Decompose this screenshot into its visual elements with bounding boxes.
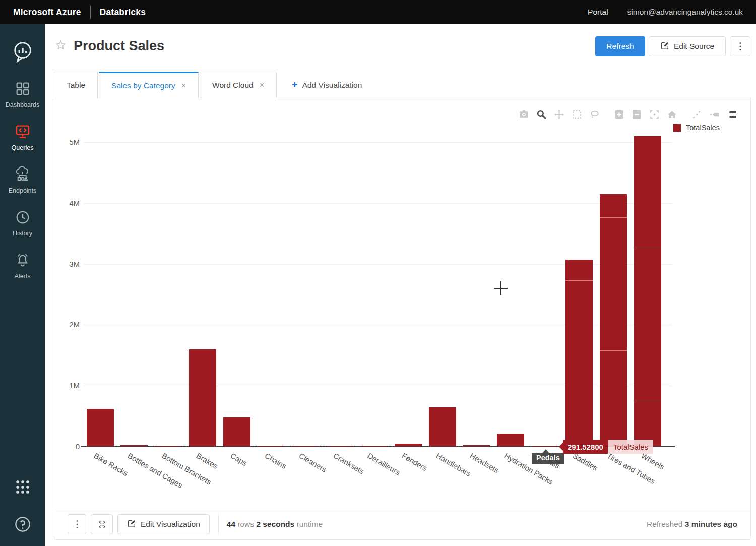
add-visualization-button[interactable]: +Add Visualization: [284, 72, 370, 98]
star-icon[interactable]: [55, 39, 67, 53]
hover-tooltip-series: TotalSales: [608, 440, 653, 454]
x-axis-tick-label: Chains: [264, 451, 288, 470]
sidebar-item-endpoints[interactable]: Endpoints: [6, 166, 39, 194]
bar-brakes[interactable]: [189, 349, 216, 447]
bar-hydration-packs[interactable]: [497, 434, 524, 447]
bar-segment-divider: [600, 350, 627, 351]
bar-chart-plot[interactable]: 01M2M3M4M5MBike RacksBottles and CagesBo…: [54, 98, 750, 539]
y-axis-tick-label: 4M: [55, 199, 80, 207]
app-switcher-grid-icon[interactable]: [14, 478, 31, 498]
x-axis-tick-label: Saddles: [572, 451, 599, 472]
x-axis-tick-label: Fenders: [400, 451, 428, 472]
sidebar-item-label: Queries: [12, 144, 34, 151]
x-axis-tick-label: Brakes: [195, 451, 220, 470]
refresh-button[interactable]: Refresh: [595, 36, 645, 56]
expand-fullscreen-icon[interactable]: [91, 514, 113, 534]
portal-link[interactable]: Portal: [588, 8, 608, 17]
sidebar-item-queries[interactable]: Queries: [6, 124, 39, 151]
y-gridline: [84, 142, 672, 143]
hover-tooltip-category: Pedals: [532, 453, 564, 464]
databricks-sql-logo-icon[interactable]: [11, 40, 34, 66]
more-options-kebab-icon[interactable]: [730, 36, 750, 56]
footer-divider: [218, 514, 219, 534]
brand-microsoft-azure: Microsoft Azure: [13, 7, 81, 18]
plus-icon: +: [292, 79, 298, 91]
refreshed-status: Refreshed 3 minutes ago: [647, 520, 737, 529]
bar-segment-divider: [634, 248, 661, 248]
bar-wheels[interactable]: [634, 136, 661, 447]
x-axis-tick-label: Handlebars: [434, 451, 472, 478]
sidebar-item-alerts[interactable]: Alerts: [6, 252, 39, 280]
close-icon[interactable]: ×: [181, 81, 186, 90]
y-axis-tick-label: 1M: [55, 381, 80, 390]
y-axis-tick-label: 5M: [55, 138, 80, 146]
visualization-tabs: TableSales by Category×Word Cloud×+Add V…: [54, 72, 370, 98]
history-clock-icon: [15, 209, 31, 227]
x-axis-tick-label: Cleaners: [297, 451, 328, 474]
bar-bike-racks[interactable]: [87, 409, 114, 447]
x-axis-tick-label: Wheels: [640, 451, 666, 471]
help-question-icon[interactable]: [13, 515, 32, 536]
brand: Microsoft Azure Databricks: [13, 6, 146, 19]
dashboards-grid-icon: [15, 81, 31, 99]
tab-word-cloud[interactable]: Word Cloud×: [200, 72, 277, 98]
bar-saddles[interactable]: [565, 260, 593, 447]
bar-segment-divider: [600, 217, 627, 218]
hover-tooltip-value: 291.52800: [563, 440, 608, 454]
hover-tooltip: 291.52800 TotalSales: [563, 440, 653, 454]
edit-pencil-icon: [127, 519, 136, 530]
user-email[interactable]: simon@advancinganalytics.co.uk: [627, 8, 743, 17]
sidebar: DashboardsQueriesEndpointsHistoryAlerts: [0, 24, 45, 546]
tab-sales-by-category[interactable]: Sales by Category×: [99, 72, 199, 98]
sidebar-item-label: Endpoints: [9, 187, 37, 194]
x-axis-tick-label: Cranksets: [332, 451, 365, 475]
crosshair-cursor: [494, 288, 508, 289]
sidebar-item-label: Dashboards: [6, 101, 39, 108]
close-icon[interactable]: ×: [260, 81, 264, 90]
visualization-panel: TotalSales 01M2M3M4M5MBike RacksBottles …: [54, 98, 751, 540]
query-footer-bar: Edit Visualization 44 rows 2 seconds run…: [54, 509, 750, 539]
bar-tires-and-tubes[interactable]: [600, 194, 627, 447]
edit-visualization-button[interactable]: Edit Visualization: [117, 514, 210, 534]
queries-code-monitor-icon: [15, 124, 31, 142]
y-axis-tick-label: 0: [55, 442, 80, 451]
bar-segment-divider: [634, 401, 661, 401]
query-stats: 44 rows 2 seconds runtime: [227, 520, 323, 529]
endpoints-cloud-icon: [15, 166, 31, 185]
top-bar: Microsoft Azure Databricks Portal simon@…: [0, 0, 756, 24]
bar-caps[interactable]: [223, 417, 250, 447]
sidebar-item-history[interactable]: History: [6, 209, 39, 237]
footer-kebab-icon[interactable]: [68, 514, 86, 534]
sidebar-item-label: History: [13, 230, 32, 237]
y-axis-tick-label: 2M: [55, 320, 80, 329]
page-header: Product Sales Refresh Edit Source: [45, 24, 756, 72]
x-axis-tick-label: Bike Racks: [92, 451, 129, 477]
y-gridline: [84, 203, 672, 204]
brand-divider: [90, 6, 91, 19]
bar-segment-divider: [565, 280, 593, 281]
tab-table[interactable]: Table: [54, 72, 98, 98]
sidebar-item-label: Alerts: [15, 273, 31, 280]
x-axis-tick-label: Caps: [229, 451, 249, 467]
y-axis-tick-label: 3M: [55, 260, 80, 268]
bar-handlebars[interactable]: [429, 407, 456, 447]
brand-databricks: Databricks: [100, 7, 146, 18]
x-axis-tick-label: Derailleurs: [366, 451, 402, 477]
sidebar-item-dashboards[interactable]: Dashboards: [6, 81, 39, 108]
edit-pencil-icon: [660, 41, 669, 52]
edit-source-button[interactable]: Edit Source: [649, 36, 726, 56]
page-title: Product Sales: [74, 38, 164, 54]
alerts-bell-icon: [15, 252, 31, 270]
x-axis-tick-label: Headsets: [469, 451, 500, 474]
